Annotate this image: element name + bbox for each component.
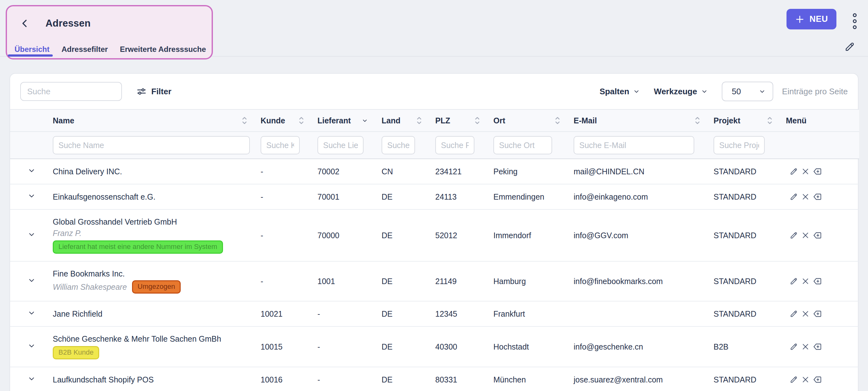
row-tag-add-button[interactable] <box>812 342 823 352</box>
name-cell: Fine Bookmarks Inc.William ShakespeareUm… <box>53 261 260 301</box>
sort-icon[interactable] <box>555 116 560 125</box>
tab-adressefilter[interactable]: Adressefilter <box>62 45 108 54</box>
spalten-dropdown[interactable]: Spalten <box>599 87 640 96</box>
column-search-projekt[interactable] <box>714 136 765 155</box>
column-header-ort[interactable]: Ort <box>493 109 574 132</box>
row-delete-button[interactable] <box>801 167 810 176</box>
row-tag-add-button[interactable] <box>812 374 823 385</box>
land-cell: DE <box>381 327 435 367</box>
table-header-row: Name Kunde Lieferant Land PLZ Ort E-Mail… <box>10 109 859 132</box>
email-cell <box>574 301 714 327</box>
column-header-plz[interactable]: PLZ <box>435 109 493 132</box>
ort-cell: Hochstadt <box>493 327 574 367</box>
filter-button[interactable]: Filter <box>136 86 172 96</box>
lieferant-cell: - <box>317 327 381 367</box>
page-size-select[interactable]: 50 <box>722 82 773 101</box>
row-edit-button[interactable] <box>789 309 799 318</box>
ort-cell: Emmendingen <box>493 184 574 210</box>
projekt-cell: B2B <box>714 327 786 367</box>
chevron-down-icon <box>28 230 36 239</box>
sort-icon[interactable] <box>474 116 480 125</box>
row-edit-button[interactable] <box>789 167 799 176</box>
chevron-down-icon <box>701 88 708 95</box>
pencil-icon <box>789 167 799 176</box>
row-delete-button[interactable] <box>801 277 810 286</box>
column-header-land[interactable]: Land <box>381 109 435 132</box>
projekt-cell: STANDARD <box>714 210 786 261</box>
column-header-lieferant[interactable]: Lieferant <box>317 109 381 132</box>
chevron-down-icon <box>28 192 36 200</box>
column-search-name[interactable] <box>53 136 250 155</box>
row-edit-button[interactable] <box>789 192 799 201</box>
row-expand-button[interactable] <box>28 276 36 284</box>
lieferant-cell: 1001 <box>317 261 381 301</box>
row-expand-button[interactable] <box>28 192 36 200</box>
column-search-row <box>10 132 859 159</box>
plz-cell: 234121 <box>435 159 493 184</box>
sort-icon[interactable] <box>416 116 422 125</box>
lieferant-cell: 70000 <box>317 210 381 261</box>
projekt-cell: STANDARD <box>714 367 786 391</box>
row-expand-button[interactable] <box>28 230 36 239</box>
table-row: China Delivery INC. - 70002 CN 234121 Pe… <box>10 159 859 184</box>
email-cell: mail@CHINDEL.CN <box>574 159 714 184</box>
row-name: Einkaufsgenossenschaft e.G. <box>53 192 254 201</box>
sort-icon[interactable] <box>767 116 773 125</box>
column-header-projekt[interactable]: Projekt <box>714 109 786 132</box>
row-name: Global Grosshandel Vertrieb GmbH <box>53 217 254 226</box>
kunde-cell: - <box>260 184 317 210</box>
row-edit-button[interactable] <box>789 231 799 240</box>
table-row: Laufkundschaft Shopify POS 10016 - DE 80… <box>10 367 859 391</box>
werkzeuge-dropdown[interactable]: Werkzeuge <box>654 87 708 96</box>
close-icon <box>801 231 810 240</box>
search-input[interactable] <box>20 82 122 101</box>
tab-übersicht[interactable]: Übersicht <box>14 45 50 54</box>
row-tag-add-button[interactable] <box>812 276 823 286</box>
back-button[interactable] <box>20 18 30 29</box>
column-search-ort[interactable] <box>493 136 552 155</box>
row-delete-button[interactable] <box>801 375 810 384</box>
row-edit-button[interactable] <box>789 277 799 286</box>
row-edit-button[interactable] <box>789 342 799 352</box>
column-header-name[interactable]: Name <box>53 109 260 132</box>
row-delete-button[interactable] <box>801 231 810 240</box>
kebab-menu-button[interactable] <box>853 9 857 29</box>
column-search-land[interactable] <box>381 136 415 155</box>
neu-button[interactable]: NEU <box>786 9 836 29</box>
row-expand-button[interactable] <box>28 166 36 175</box>
column-header-email[interactable]: E-Mail <box>574 109 714 132</box>
row-expand-button[interactable] <box>28 309 36 317</box>
row-tag-add-button[interactable] <box>812 230 823 241</box>
sort-icon[interactable] <box>694 116 700 125</box>
land-cell: CN <box>381 159 435 184</box>
row-subtext: William Shakespeare <box>53 282 127 292</box>
row-delete-button[interactable] <box>801 309 810 318</box>
sort-icon[interactable] <box>242 116 247 125</box>
row-delete-button[interactable] <box>801 192 810 201</box>
sort-icon[interactable] <box>299 116 304 125</box>
row-delete-button[interactable] <box>801 342 810 352</box>
column-search-kunde[interactable] <box>260 136 300 155</box>
row-edit-button[interactable] <box>789 375 799 384</box>
page-size-value: 50 <box>732 87 741 96</box>
sort-desc-icon[interactable] <box>361 117 368 124</box>
chevron-down-icon <box>28 309 36 317</box>
status-badge: Umgezogen <box>132 280 181 294</box>
row-tag-add-button[interactable] <box>812 192 823 202</box>
name-cell: Schöne Geschenke & Mehr Tolle Sachen GmB… <box>53 327 260 367</box>
chevron-down-icon <box>759 88 766 95</box>
page-title: Adressen <box>45 18 91 29</box>
column-header-kunde[interactable]: Kunde <box>260 109 317 132</box>
row-tag-add-button[interactable] <box>812 166 823 176</box>
column-search-lieferant[interactable] <box>317 136 364 155</box>
row-expand-button[interactable] <box>28 374 36 383</box>
page-edit-button[interactable] <box>844 41 856 53</box>
spalten-label: Spalten <box>599 87 629 96</box>
tab-erweiterte-adresssuche[interactable]: Erweiterte Adresssuche <box>120 45 206 54</box>
row-expand-button[interactable] <box>28 342 36 350</box>
column-search-email[interactable] <box>574 136 694 155</box>
column-search-plz[interactable] <box>435 136 474 155</box>
row-tag-add-button[interactable] <box>812 309 823 319</box>
close-icon <box>801 167 810 176</box>
land-cell: DE <box>381 367 435 391</box>
